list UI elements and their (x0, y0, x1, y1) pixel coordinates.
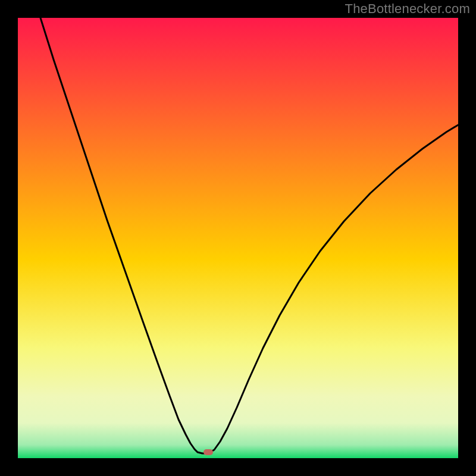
optimum-marker (203, 449, 213, 455)
gradient-background (18, 18, 458, 458)
watermark-text: TheBottlenecker.com (345, 1, 470, 17)
plot-area (18, 18, 458, 458)
plot-svg (18, 18, 458, 458)
chart-container: TheBottlenecker.com (0, 0, 476, 476)
